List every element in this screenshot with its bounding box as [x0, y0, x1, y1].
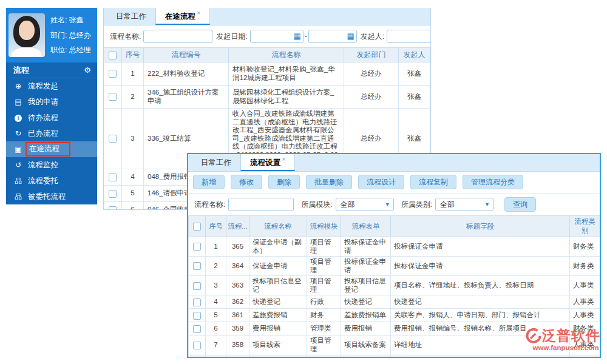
sidebar-item-label: 我的申请 — [28, 97, 58, 107]
tab-process-settings[interactable]: 流程设置× — [240, 154, 295, 171]
table-row[interactable]: 4 362 快递登记 行政 快递登记 快递登记 人事类 — [189, 295, 600, 309]
row-checkbox[interactable] — [193, 298, 201, 306]
close-icon[interactable]: × — [282, 155, 285, 163]
close-icon[interactable]: × — [197, 9, 200, 16]
sidebar-item-pending-processes[interactable]: ! 待办流程 — [6, 110, 97, 126]
sidebar-item-label: 流程监控 — [28, 160, 58, 170]
table-row[interactable]: 5 361 差旅费报销 财务 差旅费报销单 关联客户、报销人、申请日期、部门、报… — [189, 309, 600, 322]
module-label: 所属模块: — [301, 200, 332, 210]
tab-in-transit[interactable]: 在途流程× — [155, 8, 210, 25]
row-checkbox[interactable] — [193, 262, 201, 270]
table-row[interactable]: 1 365 保证金申请（副本） 项目管理 投标保证金申请 投标保证金申请 财务类 — [189, 237, 600, 257]
start-date-from: ▦ — [250, 30, 304, 43]
refresh-icon: ↻ — [13, 129, 23, 138]
initiator-input[interactable] — [387, 30, 431, 43]
table-row[interactable]: 8 357 测试费用报销 财务 费用报销 费用报销、报销编号、报销名称、本次报销… — [189, 355, 600, 358]
panel1-filters: 流程名称: 发起日期: ▦ - ▦ 发起人: — [104, 25, 430, 47]
table-row[interactable]: 3 363 投标项目信息登记 项目管理 投标项目信息登记 项目名称、详细地址、投… — [189, 276, 600, 295]
select-all-cell — [189, 216, 206, 237]
menu-title: 流程 — [13, 65, 29, 76]
row-checkbox[interactable] — [193, 312, 201, 320]
select-all-checkbox[interactable] — [193, 223, 201, 231]
tab-daily-work[interactable]: 日常工作 — [107, 8, 155, 25]
sidebar-menu: ⊕ 流程发起 ▤ 我的申请 ! 待办流程 ↻ 已办流程 ▣ 在途流程 ↺ 流程监… — [6, 78, 97, 204]
col-form: 流程表单 — [341, 216, 391, 237]
sidebar-item-completed-processes[interactable]: ↻ 已办流程 — [6, 126, 97, 141]
process-name-label: 流程名称: — [110, 32, 141, 42]
sitemap-icon: 品 — [13, 192, 23, 202]
panel2-filters: 流程名称: 所属模块: 全部▼ 所属类别: 全部▼ 查询 — [188, 194, 600, 215]
calendar-icon[interactable]: ▦ — [293, 32, 300, 41]
row-checkbox[interactable] — [109, 70, 117, 78]
chevron-down-icon: ▼ — [385, 198, 390, 211]
menu-header: 流程 ⚙ — [6, 62, 97, 78]
table-row[interactable]: 2 364 保证金申请 项目管理 投标保证金申请 投标保证金申请 财务类 — [189, 257, 600, 276]
table-row[interactable]: 2 346_施工组织设计方案申请 晟铭园林绿化工程组织设计方案_晟铭园林绿化工程… — [104, 86, 430, 109]
calendar-icon[interactable]: ▦ — [347, 32, 354, 41]
sidebar-item-process-delegation[interactable]: 品 流程委托 — [6, 173, 97, 189]
col-dept: 发起部门 — [344, 48, 399, 62]
process-settings-table: 序号 流程... 流程名称 流程模块 流程表单 标题字段 流程类别 1 365 … — [188, 215, 600, 358]
chevron-down-icon: ▼ — [484, 198, 490, 211]
tab-daily-work[interactable]: 日常工作 — [192, 154, 240, 171]
search-button[interactable]: 查询 — [504, 197, 536, 212]
process-name-label: 流程名称: — [194, 200, 225, 210]
table-row[interactable]: 6 359 费用报销 管理类 费用报销 费用报销、报销编号、报销名称、所属项目 … — [189, 322, 600, 335]
profile-info: 姓名: 张鑫 部门: 总经办 职位: 总经理 — [50, 15, 91, 55]
sidebar-item-label: 已办流程 — [28, 129, 58, 139]
col-no: 序号 — [206, 216, 226, 237]
row-checkbox[interactable] — [193, 243, 201, 251]
row-checkbox[interactable] — [193, 325, 201, 333]
panel2-tabbar: 日常工作 流程设置× — [188, 154, 600, 172]
app-canvas: 姓名: 张鑫 部门: 总经办 职位: 总经理 流程 ⚙ ⊕ 流程发起 ▤ 我的申… — [0, 0, 607, 364]
process-design-button[interactable]: 流程设计 — [358, 175, 404, 189]
table-row[interactable]: 7 358 项目线索 项目管理 项目线索备案 详细地址 人事类 — [189, 335, 600, 355]
col-module: 流程模块 — [307, 216, 341, 237]
table-header-row: 序号 流程... 流程名称 流程模块 流程表单 标题字段 流程类别 — [189, 216, 600, 237]
process-name-input[interactable] — [228, 198, 294, 211]
user-profile: 姓名: 张鑫 部门: 总经办 职位: 总经理 — [6, 8, 97, 62]
process-copy-button[interactable]: 流程复制 — [410, 175, 456, 189]
sidebar-item-process-initiate[interactable]: ⊕ 流程发起 — [6, 78, 97, 94]
category-label: 所属类别: — [401, 200, 432, 210]
badge-icon: ▣ — [13, 145, 23, 153]
sidebar-item-my-applications[interactable]: ▤ 我的申请 — [6, 94, 97, 110]
batch-delete-button[interactable]: 批量删除 — [306, 175, 352, 189]
start-date-to: ▦ — [308, 30, 357, 43]
col-code: 流程编号 — [144, 48, 229, 62]
row-checkbox[interactable] — [109, 93, 117, 101]
add-button[interactable]: 新增 — [193, 175, 225, 189]
sidebar-item-label: 被委托流程 — [28, 192, 66, 202]
col-name: 流程名称 — [229, 48, 344, 62]
select-all-checkbox[interactable] — [109, 52, 117, 59]
id-card-icon: ▤ — [13, 98, 23, 106]
col-name: 流程名称 — [249, 216, 307, 237]
globe-icon: ⊕ — [13, 82, 23, 90]
exclamation-icon: ! — [13, 113, 23, 122]
table-row[interactable]: 1 222_材料验收登记 材料验收登记_材料采购_张鑫_华润12城房建工程项目 … — [104, 62, 430, 86]
panel1-tabbar: 日常工作 在途流程× — [103, 8, 431, 25]
edit-button[interactable]: 修改 — [231, 175, 262, 189]
sidebar-item-label: 流程委托 — [28, 176, 58, 186]
sidebar-item-delegated-processes[interactable]: 品 被委托流程 — [6, 189, 97, 204]
category-select[interactable]: 全部▼ — [435, 198, 493, 211]
col-code: 流程... — [226, 216, 249, 237]
module-select[interactable]: 全部▼ — [336, 198, 394, 211]
sidebar-item-process-monitoring[interactable]: ↺ 流程监控 — [6, 157, 97, 173]
gear-icon[interactable]: ⚙ — [84, 66, 91, 75]
delete-button[interactable]: 删除 — [268, 175, 300, 189]
row-checkbox[interactable] — [109, 174, 117, 181]
col-person: 发起人 — [399, 48, 430, 62]
manage-process-category-button[interactable]: 管理流程分类 — [463, 175, 523, 189]
row-checkbox[interactable] — [109, 206, 117, 210]
sidebar-item-in-transit-processes[interactable]: ▣ 在途流程 — [6, 141, 97, 157]
sidebar: 姓名: 张鑫 部门: 总经办 职位: 总经理 流程 ⚙ ⊕ 流程发起 ▤ 我的申… — [6, 8, 97, 204]
row-checkbox[interactable] — [193, 342, 201, 349]
start-date-label: 发起日期: — [216, 32, 247, 42]
process-name-input[interactable] — [143, 30, 212, 43]
row-checkbox[interactable] — [109, 135, 117, 143]
row-checkbox[interactable] — [193, 282, 201, 290]
date-separator: - — [305, 32, 307, 41]
avatar — [8, 13, 45, 57]
row-checkbox[interactable] — [109, 190, 117, 198]
